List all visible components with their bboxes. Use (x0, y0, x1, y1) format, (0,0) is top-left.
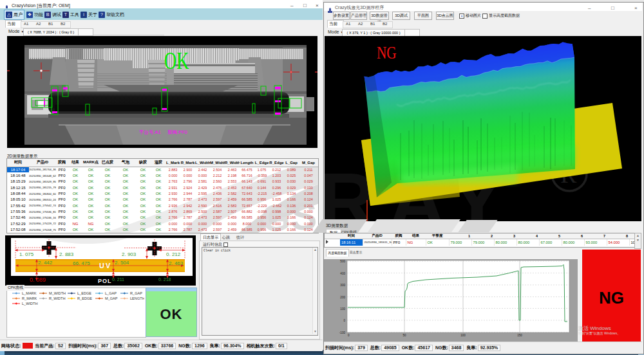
svg-text:50: 50 (402, 334, 406, 337)
svg-text:L_EDGE: L_EDGE (77, 291, 91, 295)
svg-text:L_MARK: L_MARK (22, 291, 37, 295)
svg-text:150: 150 (517, 334, 522, 337)
svg-text:1. 075: 1. 075 (19, 251, 34, 257)
svg-text:2. 442: 2. 442 (38, 260, 53, 266)
svg-text:M_GAP: M_GAP (105, 296, 118, 300)
svg-text:2. 463: 2. 463 (169, 260, 184, 266)
svg-text:100: 100 (340, 307, 345, 311)
svg-text:UV: UV (99, 262, 111, 269)
svg-text:200: 200 (340, 296, 345, 299)
svg-text:R_GAP: R_GAP (130, 291, 142, 295)
svg-text:POL: POL (98, 278, 112, 284)
svg-text:R_MARK: R_MARK (22, 296, 37, 300)
svg-text:0. 089: 0. 089 (30, 277, 46, 283)
svg-text:L_GAP: L_GAP (105, 291, 117, 295)
svg-text:R_EDGE: R_EDGE (77, 296, 92, 300)
svg-text:0. 212: 0. 212 (166, 251, 181, 257)
svg-text:-100: -100 (339, 331, 346, 334)
svg-text:0. 218: 0. 218 (158, 277, 171, 282)
svg-text:2. 883: 2. 883 (59, 251, 74, 257)
svg-text:2. 504: 2. 504 (115, 260, 129, 266)
svg-text:OK: OK (164, 47, 189, 74)
svg-text:400: 400 (340, 272, 345, 275)
svg-text:LENGTH: LENGTH (130, 296, 144, 300)
svg-text:L_WIDTH: L_WIDTH (22, 302, 38, 305)
svg-text:0. 211: 0. 211 (112, 277, 124, 282)
svg-text:2. 903: 2. 903 (122, 251, 137, 257)
svg-text:0: 0 (348, 334, 350, 337)
svg-text:500: 500 (340, 260, 345, 263)
svg-text:R_WIDTH: R_WIDTH (49, 296, 65, 300)
svg-text:66. 475: 66. 475 (73, 260, 90, 266)
svg-text:300: 300 (340, 284, 345, 287)
svg-text:0: 0 (343, 319, 345, 322)
svg-text:NG: NG (377, 42, 397, 62)
svg-text:M_WIDTH: M_WIDTH (49, 291, 66, 295)
svg-text:100: 100 (460, 334, 466, 337)
svg-text:平台号:A1 胶阀:PF0: 平台号:A1 胶阀:PF0 (139, 129, 187, 135)
